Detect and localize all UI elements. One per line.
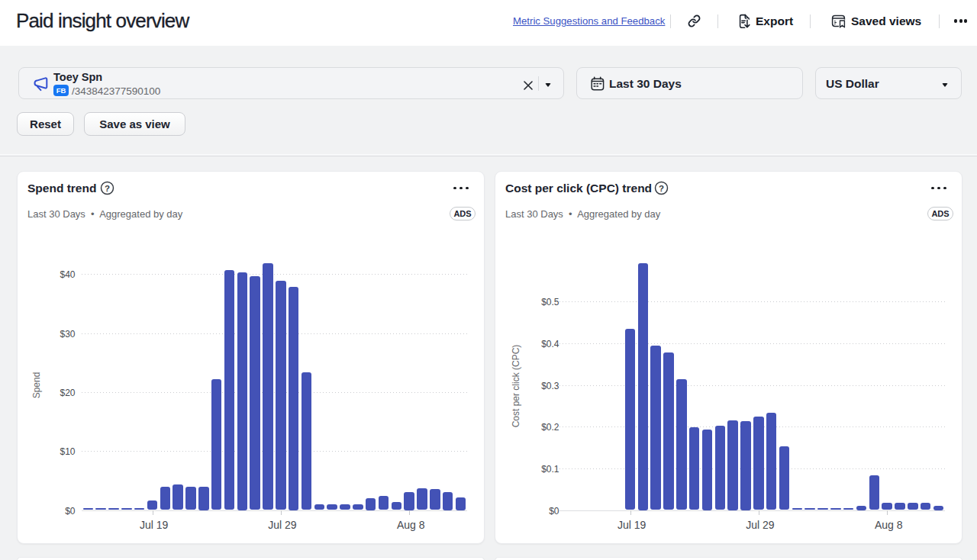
svg-text:?: ? <box>658 184 663 193</box>
svg-text:?: ? <box>104 184 109 193</box>
